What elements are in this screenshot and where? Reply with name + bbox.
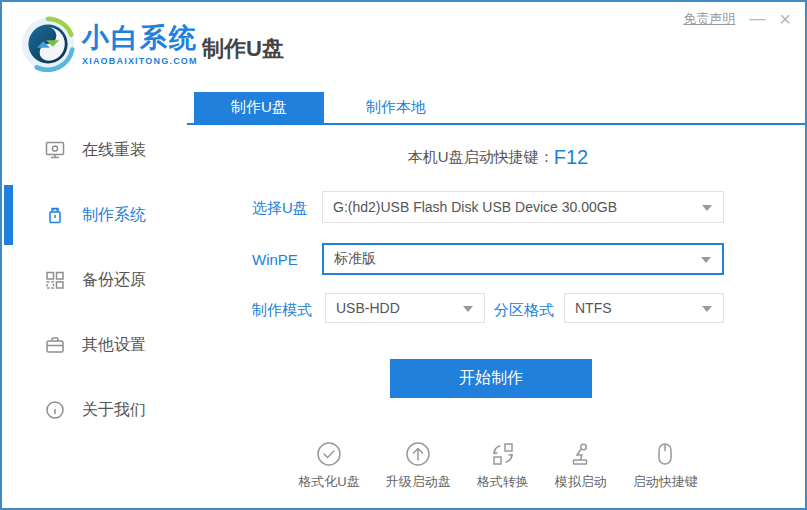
- utility-format-convert[interactable]: 格式转换: [477, 440, 529, 491]
- sidebar-item-backup-restore[interactable]: 备份还原: [2, 250, 187, 310]
- close-button[interactable]: ×: [779, 11, 791, 27]
- usb-drive-icon: [44, 204, 66, 226]
- backup-grid-icon: [44, 269, 66, 291]
- boot-hotkey-value: F12: [554, 146, 588, 168]
- sidebar-item-label: 关于我们: [82, 400, 146, 421]
- usb-select-label: 选择U盘: [252, 199, 308, 218]
- active-indicator-bar: [4, 250, 13, 310]
- app-window: 小白系统 XIAOBAIXITONG.COM 制作U盘 免责声明 — × 在线重…: [0, 0, 807, 510]
- app-logo-icon: [20, 16, 76, 72]
- active-indicator-bar: [4, 185, 13, 245]
- partition-select[interactable]: NTFS: [564, 293, 724, 323]
- chevron-down-icon: [463, 306, 473, 312]
- check-circle-icon: [315, 440, 343, 468]
- utility-label: 模拟启动: [555, 473, 607, 491]
- sidebar-item-label: 制作系统: [82, 205, 146, 226]
- active-indicator-bar: [4, 315, 13, 375]
- header: 小白系统 XIAOBAIXITONG.COM 制作U盘 免责声明 — ×: [2, 2, 805, 92]
- sidebar-item-label: 在线重装: [82, 140, 146, 161]
- utility-simulate-boot[interactable]: 模拟启动: [555, 440, 607, 491]
- boot-hotkey-line: 本机U盘启动快捷键：F12: [187, 146, 807, 169]
- active-indicator-bar: [4, 120, 13, 180]
- partition-select-value: NTFS: [575, 300, 612, 316]
- tab-bar: 制作U盘 制作本地: [187, 92, 807, 125]
- utility-label: 格式化U盘: [298, 473, 359, 491]
- mode-select-label: 制作模式: [252, 301, 312, 320]
- sidebar: 在线重装 制作系统: [2, 92, 187, 510]
- sidebar-item-online-reinstall[interactable]: 在线重装: [2, 120, 187, 180]
- mouse-icon: [651, 440, 679, 468]
- utility-label: 启动快捷键: [633, 473, 698, 491]
- boot-hotkey-label: 本机U盘启动快捷键：: [408, 148, 554, 165]
- mode-select-value: USB-HDD: [336, 300, 400, 316]
- info-circle-icon: [44, 399, 66, 421]
- sidebar-item-about-us[interactable]: 关于我们: [2, 380, 187, 440]
- tab-make-local[interactable]: 制作本地: [331, 92, 461, 123]
- utility-upgrade-boot-disk[interactable]: 升级启动盘: [386, 440, 451, 491]
- usb-select-value: G:(hd2)USB Flash Disk USB Device 30.00GB: [333, 199, 617, 215]
- convert-squares-icon: [489, 440, 517, 468]
- mode-select[interactable]: USB-HDD: [325, 293, 485, 323]
- disclaimer-link[interactable]: 免责声明: [683, 10, 735, 28]
- tab-make-usb[interactable]: 制作U盘: [194, 92, 324, 123]
- page-title: 制作U盘: [202, 34, 284, 64]
- chevron-down-icon: [702, 306, 712, 312]
- arrow-up-circle-icon: [404, 440, 432, 468]
- winpe-select-label: WinPE: [252, 251, 298, 268]
- window-controls: 免责声明 — ×: [683, 10, 791, 28]
- chevron-down-icon: [702, 205, 712, 211]
- sidebar-item-label: 其他设置: [82, 335, 146, 356]
- sidebar-item-label: 备份还原: [82, 270, 146, 291]
- utility-boot-hotkey[interactable]: 启动快捷键: [633, 440, 698, 491]
- partition-select-label: 分区格式: [494, 301, 554, 320]
- active-indicator-bar: [4, 380, 13, 440]
- briefcase-settings-icon: [44, 334, 66, 356]
- utility-label: 格式转换: [477, 473, 529, 491]
- main-panel: 制作U盘 制作本地 本机U盘启动快捷键：F12 选择U盘 G:(hd2)USB …: [187, 92, 807, 510]
- brand-text: 小白系统 XIAOBAIXITONG.COM: [82, 23, 198, 66]
- brand-name: 小白系统: [82, 23, 198, 53]
- usb-select[interactable]: G:(hd2)USB Flash Disk USB Device 30.00GB: [322, 191, 724, 223]
- start-make-button[interactable]: 开始制作: [390, 359, 592, 398]
- utilities-bar: 格式化U盘 升级启动盘 格式转换: [187, 440, 807, 491]
- app-logo: 小白系统 XIAOBAIXITONG.COM: [20, 16, 198, 72]
- sidebar-item-make-system[interactable]: 制作系统: [2, 185, 187, 245]
- utility-format-usb[interactable]: 格式化U盘: [298, 440, 359, 491]
- winpe-select[interactable]: 标准版: [322, 243, 724, 275]
- monitor-reinstall-icon: [44, 139, 66, 161]
- winpe-select-value: 标准版: [334, 250, 376, 268]
- joystick-icon: [567, 440, 595, 468]
- chevron-down-icon: [701, 257, 711, 263]
- sidebar-item-other-settings[interactable]: 其他设置: [2, 315, 187, 375]
- minimize-button[interactable]: —: [749, 11, 765, 27]
- brand-domain: XIAOBAIXITONG.COM: [82, 56, 198, 66]
- utility-label: 升级启动盘: [386, 473, 451, 491]
